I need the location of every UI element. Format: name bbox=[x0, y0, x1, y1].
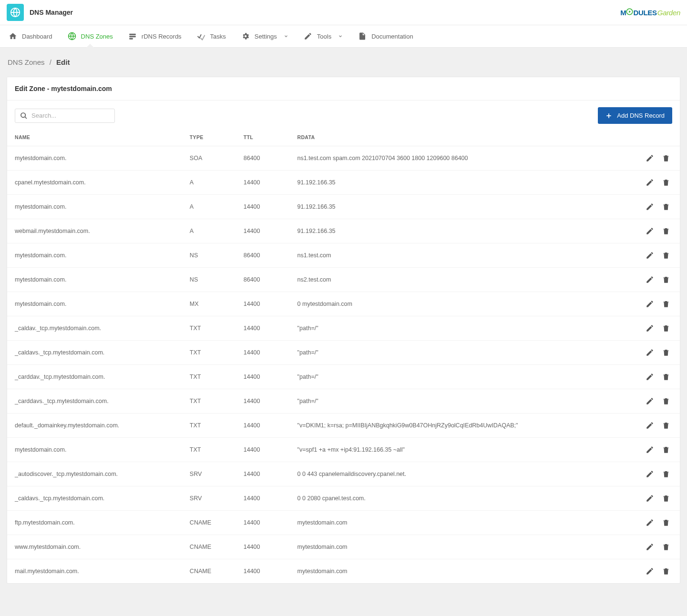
edit-record-button[interactable] bbox=[644, 371, 656, 383]
cell-ttl: 14400 bbox=[236, 292, 290, 316]
nav-label: DNS Zones bbox=[81, 33, 113, 40]
delete-record-button[interactable] bbox=[660, 176, 672, 189]
edit-record-button[interactable] bbox=[644, 565, 656, 577]
nav-settings[interactable]: Settings bbox=[239, 25, 290, 47]
add-dns-record-button[interactable]: Add DNS Record bbox=[598, 107, 672, 124]
trash-icon bbox=[662, 373, 670, 381]
edit-record-button[interactable] bbox=[644, 201, 656, 213]
panel-toolbar: Add DNS Record bbox=[7, 101, 680, 129]
edit-record-button[interactable] bbox=[644, 395, 656, 407]
cell-name: mytestdomain.com. bbox=[7, 146, 182, 171]
edit-icon bbox=[646, 373, 654, 381]
edit-record-button[interactable] bbox=[644, 492, 656, 505]
trash-icon bbox=[662, 324, 670, 333]
search-icon bbox=[20, 112, 28, 120]
cell-ttl: 14400 bbox=[236, 486, 290, 511]
edit-record-button[interactable] bbox=[644, 273, 656, 286]
trash-icon bbox=[662, 518, 670, 527]
edit-record-button[interactable] bbox=[644, 444, 656, 456]
edit-icon bbox=[646, 178, 654, 187]
panel-title: Edit Zone - mytestdomain.com bbox=[7, 77, 680, 101]
delete-record-button[interactable] bbox=[660, 468, 672, 480]
delete-record-button[interactable] bbox=[660, 249, 672, 262]
trash-icon bbox=[662, 543, 670, 551]
globe-icon bbox=[68, 32, 76, 40]
col-header-rdata[interactable]: RDATA bbox=[290, 129, 599, 146]
cell-rdata: 0 mytestdomain.com bbox=[290, 292, 599, 316]
delete-record-button[interactable] bbox=[660, 419, 672, 432]
gear-icon bbox=[241, 32, 250, 40]
cell-actions bbox=[599, 195, 680, 219]
edit-record-button[interactable] bbox=[644, 249, 656, 262]
cell-rdata: ns2.test.com bbox=[290, 268, 599, 292]
edit-record-button[interactable] bbox=[644, 346, 656, 359]
nav-dashboard[interactable]: Dashboard bbox=[7, 25, 54, 47]
col-header-actions bbox=[599, 129, 680, 146]
delete-record-button[interactable] bbox=[660, 322, 672, 334]
logo-text-dules: DULES bbox=[633, 9, 656, 17]
nav-documentation[interactable]: Documentation bbox=[356, 25, 415, 47]
table-row: ftp.mytestdomain.com.CNAME14400mytestdom… bbox=[7, 511, 680, 535]
edit-icon bbox=[646, 494, 654, 503]
nav-tasks[interactable]: Tasks bbox=[195, 25, 228, 47]
app-icon bbox=[7, 4, 24, 21]
cell-actions bbox=[599, 462, 680, 486]
edit-record-button[interactable] bbox=[644, 225, 656, 237]
nav-label: Settings bbox=[255, 33, 277, 40]
edit-record-button[interactable] bbox=[644, 419, 656, 432]
edit-record-button[interactable] bbox=[644, 298, 656, 310]
nav-dns-zones[interactable]: DNS Zones bbox=[66, 25, 115, 47]
col-header-ttl[interactable]: TTL bbox=[236, 129, 290, 146]
cell-type: TXT bbox=[182, 341, 236, 365]
delete-record-button[interactable] bbox=[660, 273, 672, 286]
logo-play-icon bbox=[626, 8, 633, 15]
delete-record-button[interactable] bbox=[660, 152, 672, 164]
col-header-type[interactable]: TYPE bbox=[182, 129, 236, 146]
breadcrumb-root[interactable]: DNS Zones bbox=[8, 58, 45, 66]
table-row: mytestdomain.com.SOA86400ns1.test.com sp… bbox=[7, 146, 680, 171]
svg-point-8 bbox=[21, 113, 25, 117]
delete-record-button[interactable] bbox=[660, 444, 672, 456]
delete-record-button[interactable] bbox=[660, 541, 672, 553]
edit-record-button[interactable] bbox=[644, 152, 656, 164]
nav-tools[interactable]: Tools bbox=[302, 25, 345, 47]
breadcrumb-current: Edit bbox=[56, 58, 70, 66]
cell-ttl: 14400 bbox=[236, 389, 290, 414]
edit-record-button[interactable] bbox=[644, 516, 656, 529]
edit-icon bbox=[646, 470, 654, 478]
delete-record-button[interactable] bbox=[660, 516, 672, 529]
delete-record-button[interactable] bbox=[660, 492, 672, 505]
delete-record-button[interactable] bbox=[660, 298, 672, 310]
delete-record-button[interactable] bbox=[660, 201, 672, 213]
edit-record-button[interactable] bbox=[644, 468, 656, 480]
search-input[interactable] bbox=[31, 112, 110, 119]
cell-name: mytestdomain.com. bbox=[7, 292, 182, 316]
home-icon bbox=[9, 32, 17, 40]
table-row: mytestdomain.com.TXT14400"v=spf1 +a +mx … bbox=[7, 438, 680, 462]
edit-icon bbox=[646, 421, 654, 430]
table-row: _caldavs._tcp.mytestdomain.com.SRV144000… bbox=[7, 486, 680, 511]
edit-record-button[interactable] bbox=[644, 322, 656, 334]
delete-record-button[interactable] bbox=[660, 371, 672, 383]
search-box[interactable] bbox=[15, 109, 115, 123]
nav-rdns-records[interactable]: rDNS Records bbox=[126, 25, 184, 47]
delete-record-button[interactable] bbox=[660, 395, 672, 407]
edit-record-button[interactable] bbox=[644, 176, 656, 189]
col-header-name[interactable]: NAME bbox=[7, 129, 182, 146]
delete-record-button[interactable] bbox=[660, 225, 672, 237]
trash-icon bbox=[662, 421, 670, 430]
main-nav: Dashboard DNS Zones rDNS Records Tasks S… bbox=[0, 25, 687, 48]
cell-name: www.mytestdomain.com. bbox=[7, 535, 182, 559]
delete-record-button[interactable] bbox=[660, 346, 672, 359]
cell-ttl: 14400 bbox=[236, 171, 290, 195]
cell-ttl: 14400 bbox=[236, 438, 290, 462]
cell-ttl: 14400 bbox=[236, 559, 290, 584]
trash-icon bbox=[662, 178, 670, 187]
cell-rdata: 91.192.166.35 bbox=[290, 171, 599, 195]
svg-line-9 bbox=[25, 117, 27, 119]
cell-type: CNAME bbox=[182, 535, 236, 559]
chevron-down-icon bbox=[338, 34, 343, 39]
edit-record-button[interactable] bbox=[644, 541, 656, 553]
delete-record-button[interactable] bbox=[660, 565, 672, 577]
edit-icon bbox=[646, 202, 654, 211]
